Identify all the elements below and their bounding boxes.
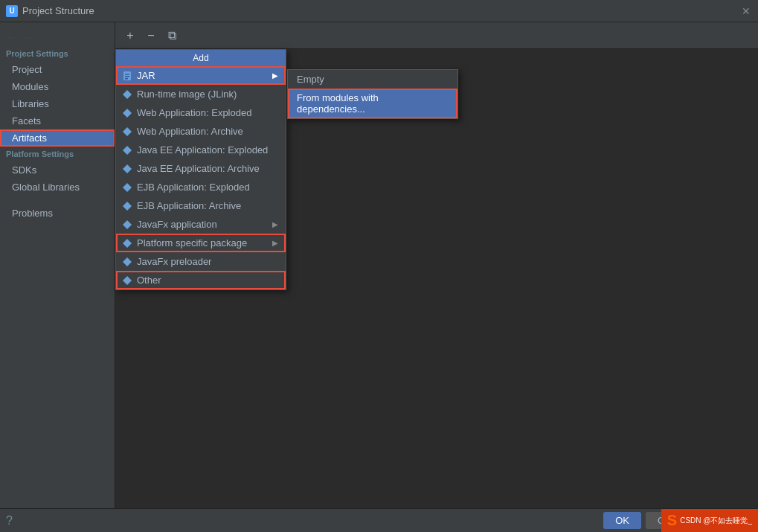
back-button[interactable]: ← xyxy=(6,31,16,43)
remove-button[interactable]: − xyxy=(142,27,160,45)
help-icon[interactable]: ? xyxy=(6,514,599,528)
dropdown-item-javafx-preloader[interactable]: JavaFx preloader xyxy=(116,252,286,271)
project-settings-header: Project Settings xyxy=(0,46,115,61)
nav-arrows: ← → xyxy=(0,28,115,46)
title-bar: U Project Structure ✕ xyxy=(0,0,758,22)
sidebar-item-libraries[interactable]: Libraries xyxy=(0,95,115,112)
dropdown-item-java-ee-archive[interactable]: Java EE Application: Archive xyxy=(116,159,286,178)
dropdown-javafx-app-label: JavaFx application xyxy=(137,219,217,230)
svg-rect-1 xyxy=(125,74,129,75)
java-ee-exploded-icon xyxy=(122,145,132,156)
dropdown-item-other[interactable]: Other xyxy=(116,271,286,289)
dropdown-item-jar[interactable]: JAR ▶ xyxy=(116,66,286,85)
dropdown-item-ejb-exploded[interactable]: EJB Application: Exploded xyxy=(116,178,286,196)
dropdown-web-archive-label: Web Application: Archive xyxy=(137,126,243,137)
jar-arrow-icon: ▶ xyxy=(272,71,278,80)
window-title: Project Structure xyxy=(22,5,740,16)
svg-marker-4 xyxy=(123,90,132,99)
javafx-app-icon xyxy=(122,219,132,230)
bottom-bar: ? OK Cancel Apply S CSDN @不如去睡觉_ xyxy=(0,508,758,532)
watermark: S CSDN @不如去睡觉_ xyxy=(661,509,758,532)
dropdown-item-web-app-exploded[interactable]: Web Application: Exploded xyxy=(116,103,286,122)
svg-marker-11 xyxy=(123,220,132,229)
dropdown-java-ee-archive-label: Java EE Application: Archive xyxy=(137,163,260,174)
svg-marker-7 xyxy=(123,146,132,155)
dropdown-javafx-preloader-label: JavaFx preloader xyxy=(137,256,211,267)
dropdown-header: Add xyxy=(116,50,286,66)
ok-button[interactable]: OK xyxy=(603,512,641,529)
app-icon: U xyxy=(6,5,18,17)
sidebar-item-problems[interactable]: Problems xyxy=(0,205,115,222)
sidebar-item-facets[interactable]: Facets xyxy=(0,112,115,129)
svg-marker-10 xyxy=(123,202,132,211)
submenu-item-from-modules[interactable]: From modules with dependencies... xyxy=(288,89,457,118)
sidebar-item-global-libraries[interactable]: Global Libraries xyxy=(0,179,115,196)
java-ee-archive-icon xyxy=(122,164,132,174)
dropdown-item-java-ee-exploded[interactable]: Java EE Application: Exploded xyxy=(116,141,286,159)
dropdown-platform-specific-label: Platform specific package xyxy=(137,237,247,249)
sidebar: ← → Project Settings Project Modules Lib… xyxy=(0,22,115,508)
svg-marker-5 xyxy=(123,109,132,118)
dropdown-item-runtime-image[interactable]: Run-time image (JLink) xyxy=(116,85,286,103)
ejb-exploded-icon xyxy=(122,182,132,193)
sidebar-item-modules[interactable]: Modules xyxy=(0,78,115,95)
platform-specific-icon xyxy=(122,238,132,249)
javafx-app-arrow-icon: ▶ xyxy=(272,220,278,228)
dropdown-item-platform-specific[interactable]: Platform specific package ▶ xyxy=(116,234,286,252)
ejb-archive-icon xyxy=(122,201,132,211)
add-dropdown-menu: Add JAR ▶ Run-time image (JLink) xyxy=(115,49,286,290)
svg-rect-3 xyxy=(125,78,128,80)
sidebar-item-artifacts[interactable]: Artifacts xyxy=(0,129,115,147)
sidebar-item-sdks[interactable]: SDKs xyxy=(0,161,115,179)
platform-settings-header: Platform Settings xyxy=(0,147,115,161)
svg-marker-9 xyxy=(123,183,132,192)
submenu-item-empty[interactable]: Empty xyxy=(288,70,457,89)
add-button[interactable]: + xyxy=(121,27,139,45)
web-exploded-icon xyxy=(122,108,132,118)
javafx-preloader-icon xyxy=(122,257,132,267)
content-area: + − ⧉ Add JAR ▶ Run-t xyxy=(115,22,758,508)
dropdown-ejb-archive-label: EJB Application: Archive xyxy=(137,200,241,211)
dropdown-item-ejb-archive[interactable]: EJB Application: Archive xyxy=(116,196,286,215)
svg-marker-14 xyxy=(123,276,132,285)
copy-button[interactable]: ⧉ xyxy=(163,27,181,45)
svg-marker-6 xyxy=(123,127,132,136)
svg-marker-13 xyxy=(123,257,132,266)
toolbar: + − ⧉ xyxy=(115,22,758,49)
jar-submenu: Empty From modules with dependencies... xyxy=(287,69,458,119)
svg-marker-12 xyxy=(123,239,132,248)
platform-specific-arrow-icon: ▶ xyxy=(272,239,278,247)
dropdown-item-javafx-app[interactable]: JavaFx application ▶ xyxy=(116,215,286,234)
dropdown-ejb-exploded-label: EJB Application: Exploded xyxy=(137,182,250,193)
other-icon xyxy=(122,275,132,286)
dropdown-item-web-app-archive[interactable]: Web Application: Archive xyxy=(116,122,286,141)
svg-rect-2 xyxy=(125,76,129,77)
dropdown-runtime-label: Run-time image (JLink) xyxy=(137,89,237,100)
runtime-image-icon xyxy=(122,89,132,100)
dropdown-jar-label: JAR xyxy=(137,70,155,81)
jar-icon xyxy=(122,71,132,81)
dropdown-other-label: Other xyxy=(137,275,161,286)
web-archive-icon xyxy=(122,126,132,137)
forward-button[interactable]: → xyxy=(21,31,31,43)
dropdown-java-ee-exploded-label: Java EE Application: Exploded xyxy=(137,144,268,156)
svg-marker-8 xyxy=(123,164,132,173)
close-button[interactable]: ✕ xyxy=(740,5,752,17)
dropdown-web-exploded-label: Web Application: Exploded xyxy=(137,107,251,118)
sidebar-item-project[interactable]: Project xyxy=(0,61,115,78)
